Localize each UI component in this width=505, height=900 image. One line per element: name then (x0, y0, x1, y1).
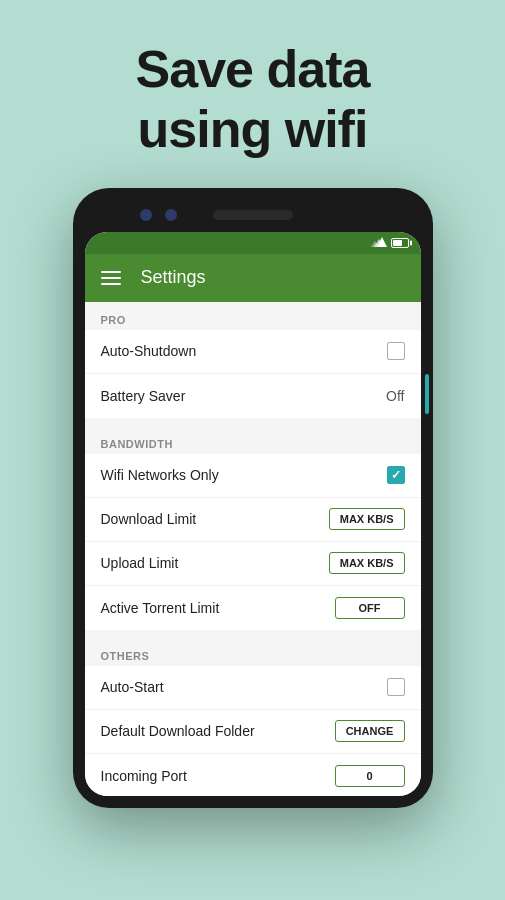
incoming-port-label: Incoming Port (101, 768, 187, 784)
wifi-only-checkbox[interactable] (387, 466, 405, 484)
section-others: OTHERS Auto-Start Default Download Folde… (85, 638, 421, 796)
wifi-only-label: Wifi Networks Only (101, 467, 219, 483)
phone-screen: Settings PRO Auto-Shutdown Battery Saver… (85, 232, 421, 796)
row-auto-start: Auto-Start (85, 666, 421, 710)
row-default-folder: Default Download Folder CHANGE (85, 710, 421, 754)
auto-start-checkbox[interactable] (387, 678, 405, 696)
battery-saver-label: Battery Saver (101, 388, 186, 404)
active-torrent-label: Active Torrent Limit (101, 600, 220, 616)
divider-2 (85, 630, 421, 638)
auto-shutdown-checkbox[interactable] (387, 342, 405, 360)
battery-icon (391, 238, 409, 248)
status-bar (85, 232, 421, 254)
row-wifi-only: Wifi Networks Only (85, 454, 421, 498)
section-bandwidth: BANDWIDTH Wifi Networks Only Download Li… (85, 426, 421, 630)
settings-list-others: Auto-Start Default Download Folder CHANG… (85, 666, 421, 796)
section-pro: PRO Auto-Shutdown Battery Saver Off (85, 302, 421, 418)
default-folder-button[interactable]: CHANGE (335, 720, 405, 742)
headline: Save data using wifi (136, 40, 370, 160)
phone-shell: Settings PRO Auto-Shutdown Battery Saver… (73, 188, 433, 808)
row-battery-saver: Battery Saver Off (85, 374, 421, 418)
section-header-others: OTHERS (85, 638, 421, 666)
row-active-torrent: Active Torrent Limit OFF (85, 586, 421, 630)
camera-left (140, 209, 152, 221)
active-torrent-button[interactable]: OFF (335, 597, 405, 619)
upload-limit-button[interactable]: MAX KB/S (329, 552, 405, 574)
settings-content: PRO Auto-Shutdown Battery Saver Off BAND… (85, 302, 421, 796)
row-auto-shutdown: Auto-Shutdown (85, 330, 421, 374)
download-limit-label: Download Limit (101, 511, 197, 527)
auto-shutdown-label: Auto-Shutdown (101, 343, 197, 359)
camera-right (165, 209, 177, 221)
row-upload-limit: Upload Limit MAX KB/S (85, 542, 421, 586)
hamburger-menu-icon[interactable] (101, 271, 121, 285)
divider-1 (85, 418, 421, 426)
settings-list-bandwidth: Wifi Networks Only Download Limit MAX KB… (85, 454, 421, 630)
row-incoming-port: Incoming Port 0 (85, 754, 421, 796)
phone-top-bar (85, 200, 421, 230)
upload-limit-label: Upload Limit (101, 555, 179, 571)
speaker-grille (213, 210, 293, 220)
app-bar: Settings (85, 254, 421, 302)
status-icons (371, 237, 409, 249)
battery-saver-value: Off (386, 388, 404, 404)
signal-bars-icon (371, 237, 387, 249)
headline-line2: using wifi (138, 100, 368, 158)
row-download-limit: Download Limit MAX KB/S (85, 498, 421, 542)
headline-line1: Save data (136, 40, 370, 98)
section-header-bandwidth: BANDWIDTH (85, 426, 421, 454)
section-header-pro: PRO (85, 302, 421, 330)
auto-start-label: Auto-Start (101, 679, 164, 695)
default-folder-label: Default Download Folder (101, 723, 255, 739)
incoming-port-button[interactable]: 0 (335, 765, 405, 787)
battery-fill (393, 240, 402, 246)
download-limit-button[interactable]: MAX KB/S (329, 508, 405, 530)
app-bar-title: Settings (141, 267, 206, 288)
settings-list-pro: Auto-Shutdown Battery Saver Off (85, 330, 421, 418)
